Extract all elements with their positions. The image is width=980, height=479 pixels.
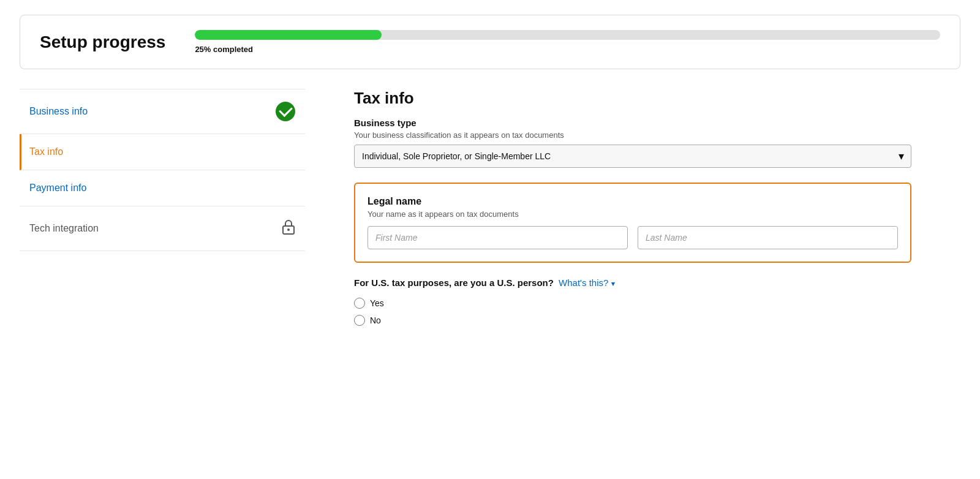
sidebar-item-label: Tax info (29, 146, 63, 157)
business-type-description: Your business classification as it appea… (354, 130, 911, 140)
last-name-input[interactable] (638, 226, 898, 249)
tax-question-group: For U.S. tax purposes, are you a U.S. pe… (354, 277, 911, 326)
first-name-input[interactable] (368, 226, 628, 249)
whats-this-link[interactable]: What's this? (559, 277, 608, 288)
progress-bar-track (195, 30, 940, 40)
name-inputs (368, 226, 898, 249)
business-type-select-wrapper[interactable]: Individual, Sole Proprietor, or Single-M… (354, 145, 911, 168)
lock-icon (282, 219, 295, 238)
info-arrow-icon: ▾ (611, 280, 615, 287)
legal-name-description: Your name as it appears on tax documents (368, 209, 898, 219)
svg-point-1 (287, 228, 290, 231)
progress-title: Setup progress (40, 32, 165, 52)
page-wrapper: Setup progress 25% completed Business in… (0, 0, 980, 479)
sidebar-item-tax-info[interactable]: Tax info (20, 134, 305, 170)
content-area: Tax info Business type Your business cla… (305, 89, 960, 341)
business-type-label: Business type (354, 118, 911, 128)
progress-bar-fill (195, 30, 381, 40)
sidebar-item-business-info[interactable]: Business info (20, 89, 305, 134)
business-type-group: Business type Your business classificati… (354, 118, 911, 168)
radio-group: Yes No (354, 298, 911, 326)
sidebar-item-label: Payment info (29, 183, 86, 194)
radio-no-input[interactable] (354, 315, 365, 326)
sidebar-item-label: Business info (29, 106, 88, 117)
progress-label: 25% completed (195, 45, 940, 54)
check-circle-icon (276, 102, 295, 121)
legal-name-label: Legal name (368, 196, 898, 207)
business-type-select[interactable]: Individual, Sole Proprietor, or Single-M… (354, 145, 911, 168)
progress-right: 25% completed (195, 30, 940, 54)
sidebar-item-payment-info[interactable]: Payment info (20, 170, 305, 206)
radio-no-label[interactable]: No (354, 315, 911, 326)
radio-yes-label[interactable]: Yes (354, 298, 911, 309)
tax-question-text: For U.S. tax purposes, are you a U.S. pe… (354, 277, 911, 288)
section-title: Tax info (354, 89, 911, 108)
sidebar: Business info Tax info Payment info Tech… (20, 89, 305, 251)
progress-card: Setup progress 25% completed (20, 15, 960, 69)
radio-no-text: No (370, 315, 381, 325)
sidebar-item-label: Tech integration (29, 223, 99, 234)
radio-yes-text: Yes (370, 298, 384, 308)
legal-name-box: Legal name Your name as it appears on ta… (354, 183, 911, 263)
sidebar-item-tech-integration[interactable]: Tech integration (20, 206, 305, 251)
main-layout: Business info Tax info Payment info Tech… (20, 89, 960, 341)
radio-yes-input[interactable] (354, 298, 365, 309)
